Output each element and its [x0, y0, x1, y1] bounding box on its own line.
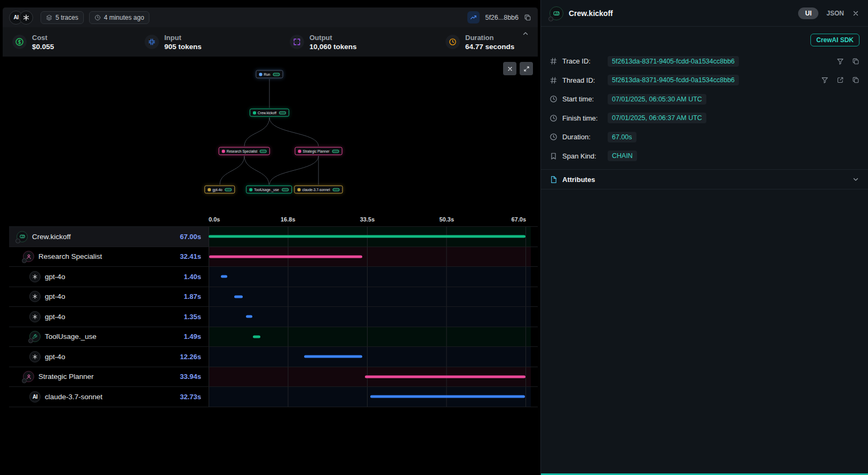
field-value[interactable]: CHAIN [608, 151, 637, 161]
field-value[interactable]: 67.00s [608, 132, 636, 142]
compress-icon [145, 35, 159, 49]
axis-tick: 50.3s [439, 216, 454, 223]
hash-icon [550, 57, 558, 65]
sdk-sub-badge-icon [15, 239, 20, 243]
span-duration: 12.26s [180, 353, 201, 361]
filter-icon[interactable] [837, 58, 844, 65]
node-icon [222, 149, 225, 153]
node-status-tag [225, 188, 232, 191]
timeline-row[interactable]: Crew.kickoff67.00s [9, 227, 538, 247]
view-toggle: UI JSON [798, 7, 859, 19]
copy-icon[interactable] [524, 14, 531, 21]
timeline-row[interactable]: AIclaude-3.7-sonnet32.73s [9, 387, 538, 407]
node-label: claude-3.7-sonnet [302, 188, 330, 192]
span-duration: 1.87s [184, 292, 201, 300]
span-bar[interactable] [234, 295, 243, 298]
span-bar[interactable] [209, 235, 525, 238]
sdk-sub-badge-icon [22, 378, 27, 383]
timeline-row[interactable]: gpt-4o1.35s [9, 307, 538, 327]
external-link-icon[interactable] [837, 76, 844, 84]
span-track [209, 307, 531, 327]
node-icon [253, 111, 256, 114]
timeline-row[interactable]: gpt-4o12.26s [9, 347, 538, 367]
tab-ui[interactable]: UI [798, 7, 818, 19]
span-track [209, 327, 531, 347]
tab-json[interactable]: JSON [826, 10, 844, 17]
copy-icon[interactable] [852, 58, 859, 65]
span-bar[interactable] [253, 335, 260, 338]
layers-icon [46, 14, 52, 21]
span-bar[interactable] [246, 315, 252, 318]
trace-age-badge[interactable]: 4 minutes ago [89, 11, 149, 24]
span-name: gpt-4o [45, 292, 65, 300]
span-track [209, 267, 531, 287]
span-duration: 1.35s [184, 313, 201, 321]
field-value[interactable]: 5f2613da-8371-9405-fcdd-0a1534cc8bb6 [608, 75, 739, 85]
field-actions [821, 76, 859, 84]
sdk-badge[interactable]: CrewAI SDK [810, 34, 859, 46]
span-name: ToolUsage._use [45, 332, 97, 341]
field-actions [837, 58, 859, 65]
dollar-icon [12, 35, 27, 49]
span-bar[interactable] [209, 255, 362, 258]
attributes-section-header[interactable]: Attributes [541, 169, 868, 189]
graph-node-crew-kickoff[interactable]: Crew.kickoff [250, 109, 289, 117]
stat-label: Input [164, 34, 202, 42]
close-panel-icon[interactable] [852, 10, 859, 17]
span-info: gpt-4o1.87s [9, 287, 209, 307]
sdk-badge-row: CrewAI SDK [541, 27, 868, 49]
span-duration: 1.49s [184, 332, 201, 341]
clock-icon [445, 35, 460, 49]
span-name: Research Specialist [38, 252, 102, 260]
waterfall-timeline: 0.0s16.8s33.5s50.3s67.0s Crew.kickoff67.… [9, 210, 538, 407]
metrics-button[interactable] [467, 11, 480, 23]
span-track [209, 247, 531, 267]
timeline-row[interactable]: gpt-4o1.40s [9, 267, 538, 287]
trace-age-label: 4 minutes ago [104, 14, 144, 21]
chevron-up-icon[interactable] [522, 30, 529, 37]
graph-node-toolusage[interactable]: ToolUsage._use [246, 186, 292, 194]
node-icon [208, 188, 211, 191]
timeline-row[interactable]: ToolUsage._use1.49s [9, 327, 538, 347]
span-name: Crew.kickoff [32, 233, 71, 241]
graph-node-strategic-planner[interactable]: Strategic Planner [295, 147, 343, 155]
close-graph-button[interactable] [503, 62, 516, 75]
stat-label: Cost [32, 34, 54, 42]
field-label: Finish time: [562, 114, 603, 122]
graph-node-run[interactable]: Run [256, 70, 283, 78]
clock-icon [550, 114, 558, 122]
span-bar[interactable] [365, 375, 525, 378]
node-label: ToolUsage._use [254, 188, 279, 192]
timeline-row[interactable]: gpt-4o1.87s [9, 287, 538, 307]
chevron-down-icon [852, 176, 859, 183]
axis-tick: 0.0s [209, 216, 220, 223]
copy-icon[interactable] [852, 76, 859, 84]
node-status-tag [332, 149, 339, 153]
expand-graph-button[interactable] [520, 62, 533, 75]
timeline-row[interactable]: Strategic Planner33.94s [9, 367, 538, 387]
graph-node-gpt-4o[interactable]: gpt-4o [204, 186, 235, 194]
field-value[interactable]: 07/01/2025, 06:06:37 AM UTC [608, 113, 706, 123]
span-bar[interactable] [304, 355, 362, 358]
span-bar[interactable] [221, 275, 227, 278]
stat-input: Input905 tokens [145, 34, 290, 51]
field-label: Thread ID: [562, 76, 603, 84]
openai-icon [29, 311, 41, 322]
detail-panel: Crew.kickoff UI JSON CrewAI SDK Trace ID… [540, 0, 868, 475]
time-axis: 0.0s16.8s33.5s50.3s67.0s [9, 210, 538, 226]
stat-output: Output10,060 tokens [290, 34, 445, 51]
node-label: gpt-4o [212, 188, 222, 192]
stat-value: 905 tokens [164, 43, 202, 51]
graph-node-research-specialist[interactable]: Research Specialist [219, 147, 270, 155]
field-value[interactable]: 5f2613da-8371-9405-fcdd-0a1534cc8bb6 [608, 56, 739, 67]
traces-count-badge[interactable]: 5 traces [41, 11, 84, 24]
span-track [209, 287, 531, 307]
detail-panel-header: Crew.kickoff UI JSON [541, 0, 868, 27]
span-bar[interactable] [370, 395, 525, 398]
filter-icon[interactable] [821, 76, 829, 84]
field-value[interactable]: 07/01/2025, 06:05:30 AM UTC [608, 94, 706, 105]
trace-topbar: AI 5 traces 4 minutes ago 5f26...8bb6 [3, 7, 538, 27]
timeline-row[interactable]: Research Specialist32.41s [9, 247, 538, 267]
graph-node-claude[interactable]: claude-3.7-sonnet [294, 186, 343, 194]
span-name: gpt-4o [45, 313, 65, 321]
